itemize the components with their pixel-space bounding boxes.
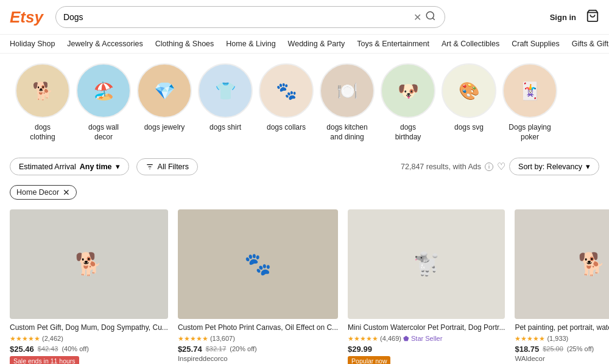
- category-label-0: dogsclothing: [30, 123, 55, 142]
- sort-button[interactable]: Sort by: Relevancy ▾: [509, 158, 599, 175]
- svg-line-1: [432, 18, 434, 19]
- category-label-5: dogs kitchenand dining: [326, 123, 367, 142]
- results-info: 72,847 results, with Ads i ♡ Sort by: Re…: [401, 158, 599, 175]
- search-input[interactable]: [63, 12, 411, 22]
- nav-item-jewelry[interactable]: Jewelry & Accessories: [67, 40, 143, 48]
- category-label-8: Dogs playingpoker: [509, 123, 551, 142]
- category-circle-3: 👕: [198, 63, 253, 118]
- nav-item-holiday[interactable]: Holiday Shop: [10, 40, 55, 48]
- product-stars-1: ★★★★★ (13,607): [178, 335, 338, 343]
- active-filters: Home Decor ✕: [0, 181, 609, 203]
- category-circle-2: 💎: [137, 63, 192, 118]
- product-title-1: Custom Pet Photo Print Canvas, Oil Effec…: [178, 323, 338, 333]
- category-circle-0: 🐕: [15, 63, 70, 118]
- nav-item-craft[interactable]: Craft Supplies: [512, 40, 560, 48]
- product-card-3[interactable]: 🐕 PRINTEDONWOOD Pet painting, pet portra…: [515, 209, 609, 364]
- category-circle-6: 🐶: [381, 63, 435, 118]
- product-image-0: 🐕: [10, 209, 168, 319]
- category-item-0[interactable]: 🐕 dogsclothing: [12, 63, 73, 142]
- home-decor-filter-tag[interactable]: Home Decor ✕: [10, 185, 77, 200]
- all-filters-label: All Filters: [158, 163, 189, 171]
- chevron-down-icon: ▾: [116, 162, 120, 171]
- sign-in-button[interactable]: Sign in: [550, 13, 576, 22]
- estimated-arrival-filter[interactable]: Estimated Arrival Any time ▾: [10, 158, 129, 175]
- category-emoji-3: 👕: [199, 65, 252, 117]
- product-stars-3: ★★★★★ (1,933): [515, 335, 609, 343]
- search-bar: ✕: [55, 6, 445, 28]
- categories-row: 🐕 dogsclothing 🏖️ dogs walldecor 💎 dogs …: [0, 54, 609, 152]
- sale-badge-0: Sale ends in 11 hours: [10, 356, 79, 364]
- nav-item-clothing[interactable]: Clothing & Shoes: [155, 40, 214, 48]
- save-search-button[interactable]: ♡: [497, 161, 505, 172]
- star-seller-badge-2: ⬟ Star Seller: [403, 335, 442, 343]
- product-stars-2: ★★★★★ (4,469) ⬟ Star Seller: [348, 335, 505, 343]
- remove-filter-icon[interactable]: ✕: [63, 188, 70, 197]
- product-price-0: $25.46: [10, 345, 34, 354]
- category-item-2[interactable]: 💎 dogs jewelry: [134, 63, 195, 142]
- category-item-7[interactable]: 🎨 dogs svg: [438, 63, 499, 142]
- product-image-wrap-0: 🐕: [10, 209, 168, 319]
- header-actions: Sign in: [550, 9, 599, 26]
- category-circle-1: 🏖️: [76, 63, 131, 118]
- estimated-arrival-label: Estimated Arrival: [19, 163, 76, 171]
- category-item-1[interactable]: 🏖️ dogs walldecor: [73, 63, 134, 142]
- product-original-price-0: $42.43: [38, 345, 58, 352]
- product-price-row-1: $25.74$32.17(20% off): [178, 345, 338, 354]
- filter-icon: [146, 163, 154, 171]
- category-item-8[interactable]: 🃏 Dogs playingpoker: [499, 63, 560, 142]
- category-emoji-1: 🏖️: [77, 65, 130, 117]
- product-original-price-3: $25.00: [543, 345, 563, 352]
- estimated-arrival-value: Any time: [80, 163, 112, 171]
- cart-button[interactable]: [586, 9, 599, 26]
- product-card-0[interactable]: 🐕 Custom Pet Gift, Dog Mum, Dog Sympathy…: [10, 209, 168, 364]
- all-filters-button[interactable]: All Filters: [136, 158, 198, 175]
- category-emoji-6: 🐶: [382, 65, 434, 117]
- product-price-1: $25.74: [178, 345, 202, 354]
- category-label-2: dogs jewelry: [144, 123, 185, 133]
- category-item-5[interactable]: 🍽️ dogs kitchenand dining: [317, 63, 378, 142]
- product-discount-3: (25% off): [567, 345, 594, 352]
- category-label-3: dogs shirt: [209, 123, 241, 133]
- product-card-2[interactable]: 🐩 Mini Custom Watercolor Pet Portrait, D…: [348, 209, 505, 364]
- product-image-wrap-3: 🐕 PRINTEDONWOOD: [515, 209, 609, 319]
- nav-item-home[interactable]: Home & Living: [226, 40, 275, 48]
- review-count-1: (13,607): [210, 335, 235, 342]
- seller-name-3: WAldecor: [515, 355, 609, 362]
- etsy-logo: Etsy: [10, 8, 43, 27]
- category-emoji-7: 🎨: [443, 65, 495, 117]
- product-price-row-3: $18.75$25.00(25% off): [515, 345, 609, 354]
- category-circle-5: 🍽️: [320, 63, 375, 118]
- search-clear-button[interactable]: ✕: [411, 12, 424, 23]
- main-nav: Holiday Shop Jewelry & Accessories Cloth…: [0, 35, 609, 54]
- category-item-3[interactable]: 👕 dogs shirt: [195, 63, 256, 142]
- star-icons-3: ★★★★★: [515, 335, 545, 343]
- category-emoji-8: 🃏: [504, 65, 556, 117]
- filter-tag-label: Home Decor: [16, 188, 59, 197]
- star-icons-2: ★★★★★: [348, 335, 378, 343]
- product-original-price-1: $32.17: [206, 345, 227, 352]
- nav-item-toys[interactable]: Toys & Entertainment: [357, 40, 429, 48]
- filters-bar: Estimated Arrival Any time ▾ All Filters…: [0, 152, 609, 181]
- sort-chevron-icon: ▾: [586, 162, 590, 171]
- results-count: 72,847 results, with Ads: [401, 163, 481, 171]
- review-count-3: (1,933): [547, 335, 568, 342]
- category-label-7: dogs svg: [454, 123, 484, 133]
- product-discount-0: (40% off): [62, 345, 88, 352]
- product-price-3: $18.75: [515, 345, 539, 354]
- nav-item-gifts[interactable]: Gifts & Gift Cards: [572, 40, 609, 48]
- search-submit-button[interactable]: [424, 10, 437, 24]
- star-icons-0: ★★★★★: [10, 335, 40, 343]
- nav-item-wedding[interactable]: Wedding & Party: [288, 40, 345, 48]
- product-image-1: 🐾: [178, 209, 338, 319]
- category-item-4[interactable]: 🐾 dogs collars: [256, 63, 317, 142]
- category-item-6[interactable]: 🐶 dogsbirthday: [378, 63, 438, 142]
- svg-point-0: [426, 12, 434, 19]
- star-icons-1: ★★★★★: [178, 335, 208, 343]
- category-emoji-4: 🐾: [260, 65, 312, 117]
- product-discount-1: (20% off): [230, 345, 256, 352]
- nav-item-art[interactable]: Art & Collectibles: [442, 40, 499, 48]
- product-image-2: 🐩: [348, 209, 505, 319]
- seller-name-1: Inspireddecorco: [178, 355, 338, 362]
- product-card-1[interactable]: 🐾 Custom Pet Photo Print Canvas, Oil Eff…: [178, 209, 338, 364]
- product-title-3: Pet painting, pet portrait, watercolor p…: [515, 323, 609, 333]
